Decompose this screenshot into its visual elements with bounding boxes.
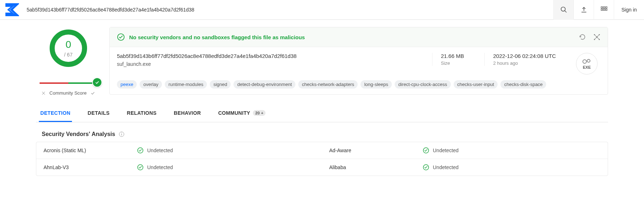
community-check-icon <box>92 77 102 87</box>
tag-disk-space[interactable]: checks-disk-space <box>500 80 546 89</box>
search-input[interactable] <box>24 0 553 19</box>
vendor-name: Acronis (Static ML) <box>44 148 137 153</box>
section-title: Security Vendors' Analysis <box>42 131 608 137</box>
svg-line-1 <box>564 11 566 13</box>
meta-size: 21.66 MB Size <box>432 53 473 66</box>
svg-line-19 <box>594 35 597 37</box>
date-value: 2022-12-06 02:24:08 UTC <box>493 53 556 59</box>
size-label: Size <box>441 60 464 66</box>
search-icon <box>560 6 567 13</box>
tag-detect-debug[interactable]: detect-debug-environment <box>233 80 295 89</box>
svg-line-20 <box>597 35 599 37</box>
svg-point-26 <box>121 133 122 133</box>
vendor-result-text: Undetected <box>147 148 173 153</box>
size-value: 21.66 MB <box>441 53 464 59</box>
file-hash: 5ab5f39d143b6ff77df2fd5026ac8e4788edfd3d… <box>117 53 421 59</box>
file-meta: 5ab5f39d143b6ff77df2fd5026ac8e4788edfd3d… <box>110 47 608 80</box>
tag-long-sleeps[interactable]: long-sleeps <box>360 80 392 89</box>
vendor-row: Acronis (Static ML) Undetected Ad-Aware … <box>36 142 608 159</box>
topbar-actions: Sign in <box>553 0 644 19</box>
tag-user-input[interactable]: checks-user-input <box>454 80 498 89</box>
vendor-result: Undetected <box>423 147 600 154</box>
tag-checks-network[interactable]: checks-network-adapters <box>298 80 358 89</box>
apps-grid-icon <box>600 6 608 13</box>
filetype-label: EXE <box>583 65 591 69</box>
reanalyze-icon[interactable] <box>579 33 586 41</box>
main: 0 / 67 Community Score <box>0 20 644 176</box>
date-label: 2 hours ago <box>493 60 556 66</box>
upload-icon <box>580 6 588 13</box>
info-icon[interactable] <box>119 131 124 137</box>
exe-gears-icon <box>582 58 591 65</box>
score-area: 0 / 67 Community Score <box>36 27 101 96</box>
tag-signed[interactable]: signed <box>210 80 231 89</box>
svg-rect-9 <box>606 9 607 10</box>
community-count-badge: 20 + <box>253 110 266 116</box>
filetype-badge: EXE <box>576 53 598 74</box>
svg-rect-6 <box>606 7 607 8</box>
tab-details[interactable]: DETAILS <box>86 105 111 122</box>
community-bar <box>40 82 97 85</box>
tag-peexe[interactable]: peexe <box>117 80 137 89</box>
file-name: suf_launch.exe <box>117 61 421 67</box>
svg-point-24 <box>587 59 590 62</box>
vendor-cell: AhnLab-V3 Undetected <box>36 159 322 176</box>
upload-button[interactable] <box>573 0 594 20</box>
svg-rect-5 <box>603 7 605 8</box>
community-score-label: Community Score <box>49 90 86 96</box>
tab-behavior[interactable]: BEHAVIOR <box>172 105 202 122</box>
score-ring: 0 / 67 <box>49 28 88 68</box>
vendor-result: Undetected <box>137 164 315 171</box>
undetected-icon <box>423 164 429 171</box>
vendor-result-text: Undetected <box>433 164 459 170</box>
vendor-row: AhnLab-V3 Undetected Alibaba Undetected <box>36 159 608 176</box>
tab-detection[interactable]: DETECTION <box>39 105 72 122</box>
tag-cpu-clock[interactable]: direct-cpu-clock-access <box>395 80 451 89</box>
svg-line-22 <box>597 37 599 40</box>
score-total: / 67 <box>64 52 72 58</box>
signin-button[interactable]: Sign in <box>614 0 644 20</box>
tag-overlay[interactable]: overlay <box>140 80 162 89</box>
community-score-row: Community Score <box>41 90 95 96</box>
svg-point-0 <box>561 7 565 12</box>
undetected-icon <box>423 147 429 154</box>
vendor-cell: Acronis (Static ML) Undetected <box>36 142 322 159</box>
svg-rect-8 <box>603 9 605 10</box>
svg-point-23 <box>583 60 586 63</box>
tab-relations[interactable]: RELATIONS <box>126 105 158 122</box>
vendor-name: AhnLab-V3 <box>44 164 137 170</box>
overview: 0 / 67 Community Score <box>36 27 608 96</box>
sigma-logo-icon <box>5 3 19 17</box>
svg-line-21 <box>594 37 597 40</box>
vendor-name: Ad-Aware <box>329 148 423 153</box>
check-icon[interactable] <box>90 91 95 96</box>
undetected-icon <box>137 164 144 171</box>
vendor-table: Acronis (Static ML) Undetected Ad-Aware … <box>36 142 608 176</box>
logo[interactable] <box>3 1 21 19</box>
vendor-name: Alibaba <box>329 164 423 170</box>
tab-community[interactable]: COMMUNITY 20 + <box>217 105 267 122</box>
undetected-icon <box>137 147 144 154</box>
tab-community-label: COMMUNITY <box>218 110 250 116</box>
search-button[interactable] <box>553 0 573 20</box>
tabs: DETECTION DETAILS RELATIONS BEHAVIOR COM… <box>36 105 608 122</box>
vendor-result-text: Undetected <box>433 148 459 153</box>
section-title-text: Security Vendors' Analysis <box>42 131 115 137</box>
apps-button[interactable] <box>594 0 614 20</box>
meta-date: 2022-12-06 02:24:08 UTC 2 hours ago <box>484 53 564 66</box>
banner: No security vendors and no sandboxes fla… <box>110 27 608 47</box>
close-icon[interactable] <box>41 91 46 95</box>
details-panel: No security vendors and no sandboxes fla… <box>109 27 608 95</box>
vendor-result: Undetected <box>137 147 315 154</box>
vendor-result-text: Undetected <box>147 164 173 170</box>
checkmark-circle-icon <box>117 33 125 41</box>
svg-rect-7 <box>601 9 602 10</box>
topbar: Sign in <box>0 0 644 20</box>
score-detections: 0 <box>65 39 71 50</box>
vendor-cell: Alibaba Undetected <box>322 159 608 176</box>
tags: peexe overlay runtime-modules signed det… <box>110 80 608 94</box>
vendor-result: Undetected <box>423 164 600 171</box>
svg-rect-4 <box>601 7 602 8</box>
tag-runtime-modules[interactable]: runtime-modules <box>165 80 207 89</box>
graph-icon[interactable] <box>593 33 600 41</box>
